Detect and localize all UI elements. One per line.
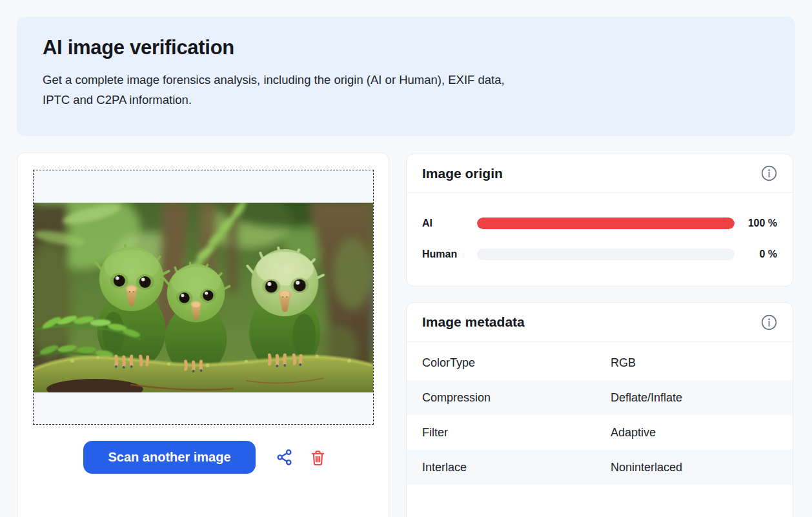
image-origin-info-button[interactable]	[761, 165, 777, 181]
metadata-value: Adaptive	[611, 426, 777, 440]
metadata-key: Interlace	[422, 461, 611, 474]
origin-label: AI	[422, 218, 477, 229]
header-banner: AI image verification Get a complete ima…	[17, 17, 795, 136]
image-metadata-header: Image metadata	[407, 303, 793, 342]
image-origin-body: AI 100 % Human 0 %	[407, 218, 793, 260]
table-row: Interlace Noninterlaced	[407, 450, 793, 485]
metadata-key: Filter	[422, 426, 611, 440]
metadata-key: Compression	[422, 391, 611, 405]
image-metadata-info-button[interactable]	[761, 314, 777, 330]
metadata-value: Noninterlaced	[611, 461, 777, 474]
share-button[interactable]	[276, 449, 293, 466]
origin-value: 0 %	[741, 248, 777, 260]
image-metadata-title: Image metadata	[422, 314, 525, 330]
page-title: AI image verification	[43, 36, 769, 59]
info-circle-icon	[761, 314, 777, 330]
image-origin-header: Image origin	[407, 154, 793, 193]
trash-icon	[310, 449, 326, 466]
share-nodes-icon	[276, 449, 293, 466]
human-progress-bar	[477, 248, 735, 260]
image-actions: Scan another image	[83, 441, 326, 474]
image-panel: Scan another image	[17, 152, 389, 517]
table-row: Compression Deflate/Inflate	[407, 380, 793, 415]
origin-row-ai: AI 100 %	[422, 218, 777, 229]
origin-row-human: Human 0 %	[422, 248, 777, 260]
image-dropzone[interactable]	[33, 170, 374, 425]
origin-value: 100 %	[741, 218, 777, 229]
ai-progress-fill	[477, 218, 735, 229]
metadata-key: ColorType	[422, 356, 611, 370]
table-row: ColorType RGB	[407, 345, 793, 380]
info-circle-icon	[761, 165, 777, 181]
ai-progress-bar	[477, 218, 735, 229]
delete-button[interactable]	[310, 449, 326, 466]
image-metadata-card: Image metadata ColorType RGB Compression…	[406, 302, 793, 517]
scan-another-button[interactable]: Scan another image	[83, 441, 256, 474]
table-row: Filter Adaptive	[407, 415, 793, 450]
metadata-value: RGB	[611, 356, 777, 370]
page-description: Get a complete image forensics analysis,…	[43, 70, 769, 110]
metadata-table: ColorType RGB Compression Deflate/Inflat…	[407, 342, 793, 485]
image-origin-title: Image origin	[422, 166, 503, 181]
analyzed-image-preview	[34, 203, 373, 392]
image-origin-card: Image origin AI 100 % Human 0 %	[406, 154, 793, 287]
metadata-value: Deflate/Inflate	[611, 391, 777, 405]
origin-label: Human	[422, 248, 477, 260]
